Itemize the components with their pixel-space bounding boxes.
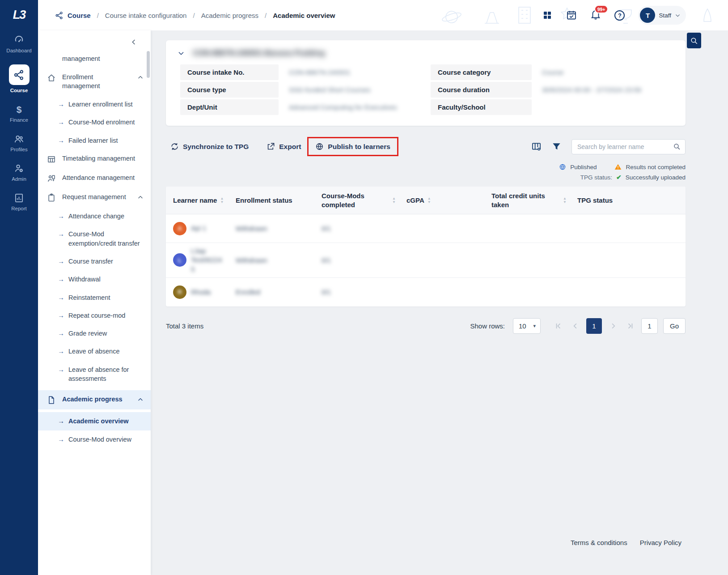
sidebar-item-enrollment-management[interactable]: Enrollment management: [38, 68, 151, 95]
sidebar-item-course-mod-overview[interactable]: → Course-Mod overview: [38, 430, 151, 448]
rail-item-course[interactable]: Course: [0, 59, 38, 99]
field-label-course-type: Course type: [180, 82, 279, 98]
sidebar-item-leave-of-absence[interactable]: → Leave of absence: [38, 342, 151, 360]
sidebar-item-request-management[interactable]: Request management: [38, 188, 151, 207]
rail-item-dashboard[interactable]: Dashboard: [0, 30, 38, 59]
collapse-sidebar-icon[interactable]: [130, 38, 137, 46]
last-page-button[interactable]: [624, 320, 636, 332]
sidebar-collapse-row: [38, 30, 151, 54]
apps-grid-icon[interactable]: [542, 10, 553, 21]
search-input[interactable]: [577, 143, 673, 150]
arrow-right-icon: →: [58, 257, 64, 266]
learner-name-cell: L L3ap Test06224 5: [166, 243, 229, 277]
sidebar-item-leave-of-absence-for-assessments[interactable]: → Leave of absence for assessments: [38, 361, 151, 388]
question-glyph: ?: [618, 12, 622, 19]
current-page-button[interactable]: 1: [586, 318, 602, 334]
profiles-icon: [14, 134, 24, 144]
rail-item-report[interactable]: Report: [0, 187, 38, 217]
tpg-status-cell: [570, 289, 686, 296]
publish-to-learners-button annotation-highlight[interactable]: Publish to learners: [307, 137, 398, 156]
enrollment-status-cell: Withdrawn: [229, 221, 314, 236]
sidebar-item-attendance-change[interactable]: → Attendance change: [38, 207, 151, 225]
calendar-check-icon[interactable]: [566, 10, 577, 21]
table-row[interactable]: A Api 1 Withdrawn 0/1: [166, 214, 686, 243]
course-intake-card: CON-8867N-240001-Banana Pudding Course i…: [166, 40, 686, 126]
course-detail-fields: Course intake No. CON-8867N-240001 Cours…: [166, 64, 686, 115]
first-page-button[interactable]: [552, 320, 564, 332]
finance-icon: $: [17, 104, 22, 115]
sidebar-scrollbar[interactable]: [147, 51, 150, 78]
field-label-course-intake-no: Course intake No.: [180, 64, 279, 80]
sidebar-item-failed-learner-list[interactable]: → Failed learner list: [38, 132, 151, 149]
export-button[interactable]: Export: [267, 142, 301, 151]
rail-label: Finance: [10, 117, 28, 123]
user-menu[interactable]: T Staff: [638, 6, 686, 25]
next-page-button[interactable]: [607, 320, 619, 332]
sidebar-item-course-mod-enrolment[interactable]: → Course-Mod enrolment: [38, 113, 151, 131]
breadcrumb-academic-progress[interactable]: Academic progress: [201, 12, 258, 19]
sidebar-item-course-transfer[interactable]: → Course transfer: [38, 252, 151, 270]
arrow-right-icon: →: [58, 136, 64, 145]
report-icon: [14, 193, 24, 203]
learner-table: Learner name ▲▼ Enrollment status Course…: [166, 187, 686, 307]
rail-item-finance[interactable]: $ Finance: [0, 99, 38, 128]
help-icon[interactable]: ?: [614, 10, 625, 21]
course-mods-completed-cell: 0/1: [314, 253, 399, 268]
column-course-mods-completed[interactable]: Course-Mods completed ▲▼: [314, 187, 399, 214]
sidebar-item-academic-overview[interactable]: → Academic overview: [38, 412, 151, 430]
sidebar-item-withdrawal[interactable]: → Withdrawal: [38, 270, 151, 288]
table-row[interactable]: L L3ap Test06224 5 Withdrawn 0/1: [166, 243, 686, 278]
previous-page-button[interactable]: [569, 320, 581, 332]
sidebar-nav-list: management Enrollment management → Learn…: [38, 54, 151, 448]
sidebar-item-reinstatement[interactable]: → Reinstatement: [38, 289, 151, 307]
tpg-status-cell: [570, 256, 686, 264]
field-label-dept-unit: Dept/Unit: [180, 99, 279, 115]
rail-label: Report: [11, 206, 27, 211]
breadcrumb-course[interactable]: Course: [55, 11, 91, 20]
go-button[interactable]: Go: [663, 318, 686, 334]
sidebar-item-repeat-course-mod[interactable]: → Repeat course-mod: [38, 307, 151, 324]
field-label-course-duration: Course duration: [431, 82, 532, 98]
first-page-icon: [554, 322, 563, 330]
privacy-link[interactable]: Privacy Policy: [640, 539, 681, 546]
notifications-bell[interactable]: 99+: [590, 9, 601, 21]
field-label-course-category: Course category: [431, 64, 532, 80]
sidebar-item-learner-enrollment-list[interactable]: → Learner enrollment list: [38, 95, 151, 113]
rail-item-admin[interactable]: Admin: [0, 158, 38, 187]
sidebar-item-course-mod-exemption-credit-transfer[interactable]: → Course-Mod exemption/credit transfer: [38, 225, 151, 252]
sidebar-item-attendance-management[interactable]: Attendance management: [38, 169, 151, 188]
sidebar-item-grade-review[interactable]: → Grade review: [38, 324, 151, 342]
column-settings-icon[interactable]: [531, 141, 542, 152]
chevron-up-icon: [137, 396, 144, 403]
rail-label: Profiles: [10, 147, 27, 152]
field-value-course-duration: 30/6/2024 00:00 - 2/7/2024 23:59: [532, 82, 674, 98]
sidebar-item-truncated-management[interactable]: management: [38, 54, 151, 68]
column-total-credit-units[interactable]: Total credit units taken ▲▼: [484, 187, 570, 214]
status-legend: Published Results not completed TPG stat…: [166, 163, 686, 181]
filter-icon[interactable]: [551, 141, 562, 152]
sidebar-item-academic-progress[interactable]: Academic progress: [38, 390, 151, 409]
notification-badge: 99+: [594, 5, 609, 13]
column-cgpa[interactable]: cGPA ▲▼: [399, 187, 484, 214]
collapse-card-icon[interactable]: [178, 50, 185, 57]
chevron-down-icon: [675, 13, 681, 18]
rows-per-page-select[interactable]: 10 ▾: [513, 318, 541, 334]
user-role-label: Staff: [659, 12, 671, 19]
rail-label: Course: [10, 88, 28, 93]
house-icon: [47, 73, 56, 82]
course-icon: [13, 69, 25, 81]
goto-page-input[interactable]: [641, 318, 658, 334]
clipboard-icon: [47, 193, 56, 202]
column-learner-name[interactable]: Learner name ▲▼: [166, 187, 229, 214]
breadcrumb-course-intake-configuration[interactable]: Course intake configuration: [105, 12, 187, 19]
course-icon: [55, 11, 63, 20]
table-row[interactable]: R Rhoda Enrolled 0/1: [166, 278, 686, 307]
field-value-dept-unit: Advanced Computing for Executives: [279, 99, 431, 115]
search-icon[interactable]: [673, 143, 681, 150]
synchronize-to-tpg-button[interactable]: Synchronize to TPG: [170, 142, 249, 151]
sidebar-item-timetabling-management[interactable]: Timetabling management: [38, 149, 151, 169]
floating-search-button[interactable]: [687, 33, 701, 48]
app-logo[interactable]: L3: [13, 0, 25, 30]
terms-link[interactable]: Terms & conditions: [571, 539, 627, 546]
rail-item-profiles[interactable]: Profiles: [0, 128, 38, 158]
